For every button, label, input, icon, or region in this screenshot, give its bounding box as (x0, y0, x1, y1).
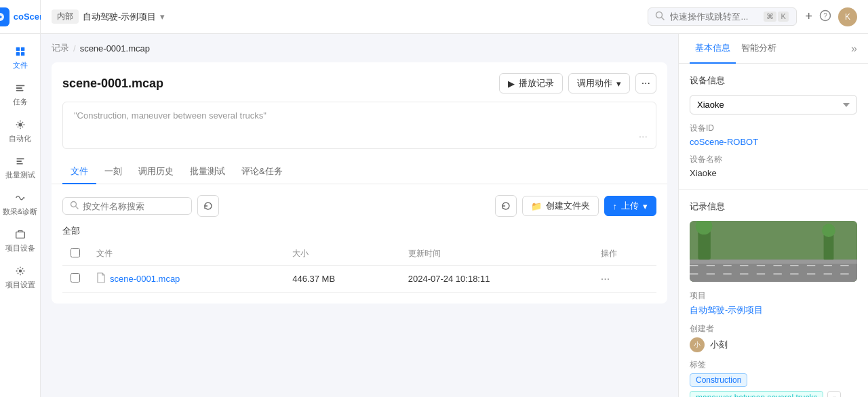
file-updated: 2024-07-24 10:18:11 (400, 266, 593, 293)
add-icon[interactable]: + (805, 9, 812, 24)
svg-point-14 (71, 202, 77, 207)
left-panel: 记录 / scene-0001.mcap scene-0001.mcap ▶ 播… (41, 34, 678, 397)
create-folder-button[interactable]: 📁 创建文件夹 (522, 196, 599, 216)
file-name-cell: scene-0001.mcap (96, 272, 276, 285)
file-table: 文件 大小 更新时间 操作 (62, 243, 656, 293)
svg-point-10 (18, 270, 22, 273)
tags-row: Construction maneuver between several tr… (690, 373, 857, 397)
tab-moments[interactable]: 一刻 (96, 160, 130, 184)
upload-icon: ↑ (613, 201, 618, 211)
sidebar-item-project-settings[interactable]: 项目设置 (0, 259, 40, 295)
breadcrumb-separator: / (73, 43, 76, 54)
topbar-search[interactable]: ⌘ K (648, 7, 797, 26)
col-actions: 操作 (593, 243, 656, 266)
sidebar-item-diagnostics-label: 数采&诊断 (3, 207, 37, 217)
project-dropdown-icon[interactable]: ▾ (160, 12, 165, 22)
call-action-button[interactable]: 调用动作 ▾ (568, 73, 630, 93)
tags-label: 标签 (690, 359, 857, 371)
file-name[interactable]: scene-0001.mcap (110, 274, 180, 284)
svg-rect-1 (16, 47, 19, 51)
description-box: "Construction, maneuver between several … (62, 102, 656, 149)
right-panel: 基本信息 智能分析 » 设备信息 Xiaoke 设备ID coScene-ROB… (678, 34, 868, 397)
breadcrumb-current: scene-0001.mcap (80, 43, 150, 54)
right-tab-more[interactable]: » (851, 43, 857, 55)
logo[interactable]: coScene (0, 0, 41, 34)
file-search-input[interactable] (83, 201, 184, 211)
tab-files[interactable]: 文件 (62, 160, 96, 184)
sidebar-item-records[interactable]: 文件 (0, 39, 40, 76)
tag-construction[interactable]: Construction (690, 373, 747, 387)
refresh-button[interactable] (495, 195, 517, 217)
tags-container: 标签 Construction maneuver between several… (690, 359, 857, 397)
sidebar-item-automation-label: 自动化 (9, 133, 31, 144)
search-input[interactable] (670, 12, 758, 22)
breadcrumb: 记录 / scene-0001.mcap (41, 34, 678, 62)
col-file: 文件 (88, 243, 284, 266)
tag-maneuver[interactable]: maneuver between several trucks (690, 391, 823, 397)
sidebar-item-batch-test-label: 批量测试 (5, 170, 35, 180)
refresh-icon-btn[interactable] (197, 195, 219, 217)
file-toolbar-right: 📁 创建文件夹 ↑ 上传 ▾ (495, 195, 657, 217)
device-id-value[interactable]: coScene-ROBOT (690, 137, 857, 147)
row-actions-button[interactable]: ··· (601, 273, 610, 285)
sidebar-item-project-devices-label: 项目设备 (5, 243, 35, 253)
col-size: 大小 (284, 243, 400, 266)
record-card: scene-0001.mcap ▶ 播放记录 调用动作 ▾ ··· (52, 62, 667, 304)
sidebar-item-tasks-label: 任务 (13, 97, 28, 107)
creator-avatar: 小 (690, 337, 705, 352)
sidebar-item-records-label: 文件 (13, 60, 28, 70)
project-label: 项目 (690, 290, 857, 301)
tabs-container: 文件 一刻 调用历史 批量测试 评论&任务 (62, 160, 656, 293)
upload-chevron-icon: ▾ (643, 201, 648, 211)
select-all-checkbox[interactable] (71, 248, 80, 257)
description-expand[interactable]: ··· (639, 131, 648, 143)
tab-comments-tasks[interactable]: 评论&任务 (233, 160, 291, 184)
sidebar-item-project-devices[interactable]: 项目设备 (0, 222, 40, 259)
avatar-initials: K (845, 12, 850, 22)
record-actions: ▶ 播放记录 调用动作 ▾ ··· (499, 73, 656, 93)
right-tabs: 基本信息 智能分析 » (679, 34, 868, 64)
env-badge: 内部 (52, 9, 79, 24)
sidebar-item-automation[interactable]: 自动化 (0, 112, 40, 149)
project-name[interactable]: 自动驾驶-示例项目 (83, 11, 156, 23)
diagnostics-icon (14, 191, 27, 205)
sidebar-item-tasks[interactable]: 任务 (0, 76, 40, 112)
svg-rect-18 (698, 230, 711, 259)
device-name-value: Xiaoke (690, 168, 857, 178)
svg-rect-17 (690, 259, 857, 264)
tasks-icon (14, 81, 27, 95)
svg-rect-3 (16, 52, 19, 56)
row-checkbox[interactable] (71, 273, 80, 283)
table-row: scene-0001.mcap 446.37 MB 2024-07-24 10:… (62, 266, 656, 293)
sidebar-item-project-settings-label: 项目设置 (5, 280, 35, 290)
play-record-button[interactable]: ▶ 播放记录 (499, 73, 563, 93)
user-avatar[interactable]: K (838, 7, 857, 26)
sidebar-item-diagnostics[interactable]: 数采&诊断 (0, 186, 40, 222)
chevron-down-icon: ▾ (616, 79, 621, 89)
device-info-section: 设备信息 Xiaoke 设备ID coScene-ROBOT 设备名称 Xiao… (679, 64, 868, 190)
upload-button[interactable]: ↑ 上传 ▾ (604, 196, 657, 216)
right-tab-ai-analysis[interactable]: 智能分析 (736, 34, 782, 64)
tab-batch-test[interactable]: 批量测试 (182, 160, 233, 184)
device-name-row: 设备名称 Xiaoke (690, 154, 857, 178)
automation-icon (14, 118, 27, 131)
device-section-title: 设备信息 (690, 75, 857, 87)
help-icon[interactable]: ? (819, 9, 831, 24)
sidebar-nav: 文件 任务 自动化 批量测试 数采&诊断 (0, 34, 40, 295)
device-select[interactable]: Xiaoke (690, 95, 857, 114)
device-id-row: 设备ID coScene-ROBOT (690, 123, 857, 147)
right-tab-basic-info[interactable]: 基本信息 (690, 34, 736, 64)
more-actions-button[interactable]: ··· (635, 73, 656, 93)
tab-call-history[interactable]: 调用历史 (130, 160, 182, 184)
project-link[interactable]: 自动驾驶-示例项目 (690, 304, 857, 316)
file-search-wrap[interactable] (62, 197, 192, 215)
file-toolbar-left (62, 195, 219, 217)
svg-rect-7 (16, 90, 23, 91)
breadcrumb-parent[interactable]: 记录 (52, 42, 69, 54)
creator-row: 小 小刻 (690, 337, 857, 352)
creator-label: 创建者 (690, 323, 857, 335)
col-updated: 更新时间 (400, 243, 593, 266)
tags-expand-button[interactable]: ▾ (827, 391, 841, 397)
svg-rect-4 (20, 52, 24, 56)
sidebar-item-batch-test[interactable]: 批量测试 (0, 149, 40, 186)
